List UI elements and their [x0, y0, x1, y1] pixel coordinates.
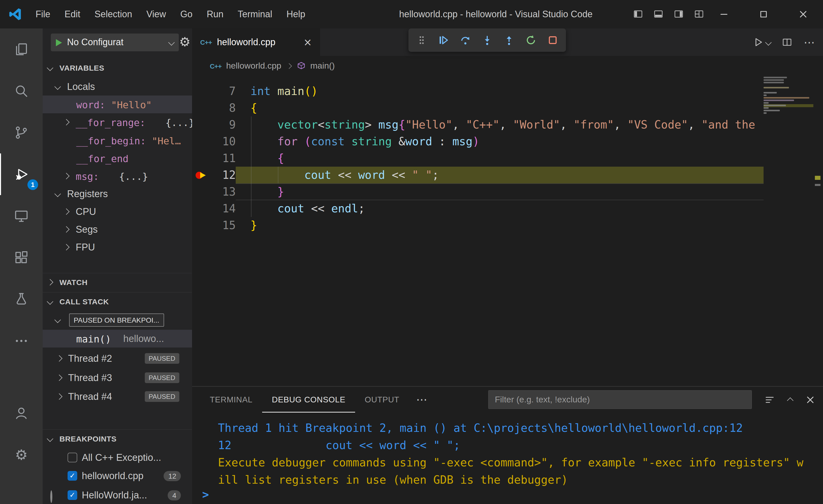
stack-frame-main-row[interactable]: main() hellowo...: [43, 330, 192, 347]
stop-button[interactable]: [544, 31, 561, 49]
code-line-8[interactable]: 8{: [192, 100, 764, 116]
activity-search[interactable]: [0, 70, 43, 112]
line-number: 7: [209, 83, 236, 100]
close-button[interactable]: [783, 0, 823, 28]
registers-scope-row[interactable]: Registers: [43, 185, 192, 203]
variable-row-for-range[interactable]: __for_range: {...}: [43, 113, 192, 131]
code-line-14[interactable]: 14 cout << endl;: [192, 200, 764, 217]
menu-file[interactable]: File: [28, 0, 57, 28]
split-editor-icon[interactable]: [782, 37, 793, 47]
debug-config-dropdown[interactable]: No Configurat: [51, 33, 179, 51]
tab-debug-console[interactable]: DEBUG CONSOLE: [262, 387, 355, 412]
line-number: 13: [209, 183, 236, 200]
editor-more-actions-icon[interactable]: ⋯: [804, 36, 815, 48]
menu-help[interactable]: Help: [280, 0, 312, 28]
breakpoint-checkbox[interactable]: ✓: [67, 490, 77, 500]
close-panel-icon[interactable]: [806, 395, 815, 404]
breakpoint-checkbox[interactable]: [67, 453, 77, 462]
minimap[interactable]: [764, 77, 813, 138]
console-filter-input[interactable]: [489, 394, 752, 405]
chevron-right-icon: [63, 226, 69, 232]
activity-extensions[interactable]: [0, 237, 43, 279]
maximize-button[interactable]: [744, 0, 783, 28]
start-debug-icon[interactable]: [56, 39, 62, 46]
vscode-logo-icon: [8, 7, 22, 21]
debug-settings-gear-icon[interactable]: ⚙: [179, 34, 190, 49]
thread-3-row[interactable]: Thread #3 PAUSED: [43, 369, 192, 387]
activity-settings[interactable]: ⚙: [0, 434, 43, 476]
register-group-fpu[interactable]: FPU: [43, 238, 192, 256]
console-line: Execute debugger commands using "-exec <…: [218, 454, 818, 472]
activity-account[interactable]: [0, 392, 43, 434]
step-over-button[interactable]: [457, 31, 474, 49]
toolbar-drag-handle[interactable]: [413, 31, 430, 49]
panel-more-tabs-icon[interactable]: ⋯: [409, 393, 434, 406]
register-group-cpu[interactable]: CPU: [43, 203, 192, 220]
continue-button[interactable]: [435, 31, 452, 49]
variable-row-word[interactable]: word: "Hello": [43, 96, 192, 113]
minimize-button[interactable]: [704, 0, 744, 28]
console-options-icon[interactable]: [765, 394, 775, 405]
activity-remote-explorer[interactable]: [0, 195, 43, 237]
variables-header-label: VARIABLES: [59, 63, 105, 72]
breakpoint-checkbox[interactable]: ✓: [67, 471, 77, 481]
breadcrumb-file[interactable]: helloworld.cpp: [226, 61, 281, 71]
breakpoints-header-label: BREAKPOINTS: [59, 434, 117, 443]
activity-explorer[interactable]: [0, 28, 43, 70]
code-line-13[interactable]: 13 }: [192, 183, 764, 200]
restart-button[interactable]: [522, 31, 539, 49]
console-prompt[interactable]: >: [202, 488, 209, 501]
code-editor[interactable]: 7int main()8{9 vector<string> msg{"Hello…: [192, 76, 764, 386]
menu-run[interactable]: Run: [200, 0, 231, 28]
variable-value: {...}: [165, 117, 192, 128]
code-line-9[interactable]: 9 vector<string> msg{"Hello", "C++", "Wo…: [192, 116, 764, 133]
variable-row-for-begin[interactable]: __for_begin: "Hel…: [43, 132, 192, 149]
locals-scope-row[interactable]: Locals: [43, 78, 192, 96]
breakpoint-row-helloworld-java[interactable]: ✓ HelloWorld.ja... 4: [43, 486, 192, 504]
watch-section-header[interactable]: WATCH: [43, 273, 192, 291]
menu-view[interactable]: View: [139, 0, 173, 28]
toggle-secondary-sidebar-icon[interactable]: [674, 9, 684, 19]
breakpoint-row-all-exceptions[interactable]: All C++ Exceptio...: [43, 449, 192, 466]
thread-4-row[interactable]: Thread #4 PAUSED: [43, 388, 192, 405]
menu-edit[interactable]: Edit: [57, 0, 88, 28]
breadcrumb-symbol[interactable]: main(): [310, 61, 335, 71]
code-line-11[interactable]: 11 {: [192, 150, 764, 167]
step-out-button[interactable]: [500, 31, 518, 49]
tab-close-icon[interactable]: ×: [303, 36, 312, 48]
breakpoints-section-header[interactable]: BREAKPOINTS: [43, 429, 192, 447]
register-group-segs[interactable]: Segs: [43, 220, 192, 238]
menu-terminal[interactable]: Terminal: [231, 0, 280, 28]
run-or-debug-button[interactable]: [753, 37, 771, 48]
menu-selection[interactable]: Selection: [88, 0, 139, 28]
menu-go[interactable]: Go: [173, 0, 200, 28]
no-marker: [50, 454, 58, 461]
variables-section-header[interactable]: VARIABLES: [43, 59, 192, 77]
toggle-sidebar-icon[interactable]: [633, 9, 643, 19]
variable-row-msg[interactable]: msg: {...}: [43, 167, 192, 185]
breadcrumbs: C++ helloworld.cpp main(): [192, 56, 823, 76]
code-line-10[interactable]: 10 for (const string &word : msg): [192, 133, 764, 150]
activity-source-control[interactable]: [0, 112, 43, 153]
tab-terminal[interactable]: TERMINAL: [200, 387, 262, 412]
activity-run-and-debug[interactable]: 1: [0, 153, 43, 195]
code-line-7[interactable]: 7int main(): [192, 83, 764, 100]
maximize-panel-icon[interactable]: [787, 397, 793, 404]
customize-layout-icon[interactable]: [694, 9, 704, 19]
call-stack-section-header[interactable]: CALL STACK: [43, 292, 192, 310]
breakpoint-current-line-icon[interactable]: [192, 167, 209, 183]
step-into-button[interactable]: [479, 31, 496, 49]
breakpoint-row-helloworld-cpp[interactable]: ✓ helloworld.cpp 12: [43, 467, 192, 485]
activity-testing[interactable]: [0, 279, 43, 320]
tab-helloworld-cpp[interactable]: C++ helloworld.cpp ×: [192, 28, 320, 56]
toggle-panel-icon[interactable]: [653, 9, 663, 19]
thread-1-row[interactable]: PAUSED ON BREAKPOI...: [43, 311, 192, 329]
tab-output[interactable]: OUTPUT: [355, 387, 409, 412]
window-title: helloworld.cpp - helloworld - Visual Stu…: [399, 9, 593, 20]
thread-2-row[interactable]: Thread #2 PAUSED: [43, 350, 192, 367]
code-line-15[interactable]: 15}: [192, 217, 764, 234]
breakpoint-disabled-icon: [50, 490, 52, 503]
variable-row-for-end[interactable]: __for_end: [43, 149, 192, 167]
registers-label: Registers: [67, 188, 108, 199]
activity-more[interactable]: [0, 320, 43, 362]
